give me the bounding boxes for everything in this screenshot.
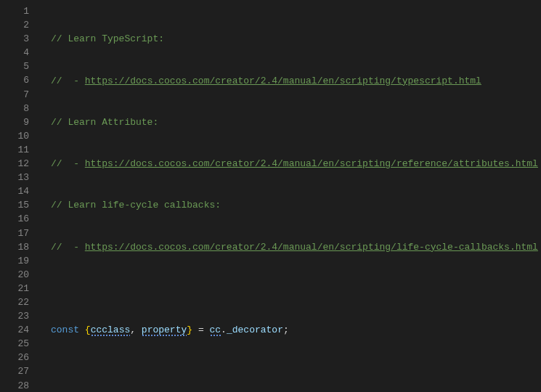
dot: . <box>221 324 227 335</box>
comment-text: Learn life-cycle callbacks: <box>68 200 221 211</box>
code-line[interactable]: // Learn Attribute: <box>51 115 541 129</box>
line-number: 19 <box>0 254 29 268</box>
line-number: 16 <box>0 212 29 226</box>
line-number: 17 <box>0 226 29 240</box>
line-number: 20 <box>0 268 29 282</box>
line-number: 3 <box>0 32 29 46</box>
line-number: 26 <box>0 351 29 364</box>
comment: // - <box>51 242 85 253</box>
code-line[interactable]: // - https://docs.cocos.com/creator/2.4/… <box>51 157 541 171</box>
comment-link[interactable]: https://docs.cocos.com/creator/2.4/manua… <box>85 75 481 86</box>
identifier: property <box>142 324 187 335</box>
line-number: 6 <box>0 73 29 87</box>
comment: // <box>51 117 68 128</box>
comma: , <box>130 324 142 335</box>
line-number: 27 <box>0 364 29 378</box>
code-line[interactable] <box>51 365 541 379</box>
line-number: 22 <box>0 295 29 309</box>
code-line[interactable]: // - https://docs.cocos.com/creator/2.4/… <box>51 240 541 254</box>
comment: // - <box>51 75 85 86</box>
line-number: 2 <box>0 18 29 32</box>
line-number: 4 <box>0 46 29 60</box>
line-number: 13 <box>0 171 29 184</box>
line-number: 23 <box>0 309 29 323</box>
comment-link[interactable]: https://docs.cocos.com/creator/2.4/manua… <box>85 242 538 253</box>
identifier: ccclass <box>91 324 131 335</box>
line-number: 12 <box>0 157 29 171</box>
line-number: 21 <box>0 282 29 295</box>
line-number: 25 <box>0 337 29 351</box>
line-number: 10 <box>0 129 29 143</box>
identifier: _decorator <box>227 324 283 335</box>
keyword-const: const <box>51 324 79 335</box>
line-number: 24 <box>0 323 29 337</box>
comment: // <box>51 33 68 44</box>
code-line[interactable]: // Learn life-cycle callbacks: <box>51 198 541 212</box>
line-number: 15 <box>0 198 29 212</box>
equals: = <box>192 324 209 335</box>
line-number: 1 <box>0 4 29 18</box>
comment-text: Learn Attribute: <box>68 117 158 128</box>
identifier: cc <box>210 324 221 335</box>
comment: // <box>51 200 68 211</box>
code-line[interactable]: const {ccclass, property} = cc._decorato… <box>51 323 541 337</box>
semicolon: ; <box>283 324 289 335</box>
space <box>79 324 85 335</box>
brace-open: { <box>85 324 91 335</box>
comment: // - <box>51 158 85 169</box>
line-number: 8 <box>0 102 29 115</box>
line-number: 28 <box>0 379 29 392</box>
code-line[interactable]: // Learn TypeScript: <box>51 32 541 46</box>
code-area[interactable]: // Learn TypeScript: // - https://docs.c… <box>44 0 541 392</box>
line-number: 18 <box>0 240 29 254</box>
line-number-gutter: 1 2 3 4 5 6 7 8 9 10 11 12 13 14 15 16 1… <box>0 0 44 392</box>
line-number: 5 <box>0 60 29 73</box>
line-number: 14 <box>0 184 29 198</box>
brace-close: } <box>187 324 192 335</box>
code-editor[interactable]: 1 2 3 4 5 6 7 8 9 10 11 12 13 14 15 16 1… <box>0 0 541 392</box>
code-line[interactable] <box>51 282 541 295</box>
line-number: 9 <box>0 115 29 129</box>
line-number: 11 <box>0 143 29 157</box>
code-line[interactable]: // - https://docs.cocos.com/creator/2.4/… <box>51 74 541 88</box>
comment-text: Learn TypeScript: <box>68 33 164 44</box>
comment-link[interactable]: https://docs.cocos.com/creator/2.4/manua… <box>85 158 538 169</box>
line-number: 7 <box>0 88 29 102</box>
